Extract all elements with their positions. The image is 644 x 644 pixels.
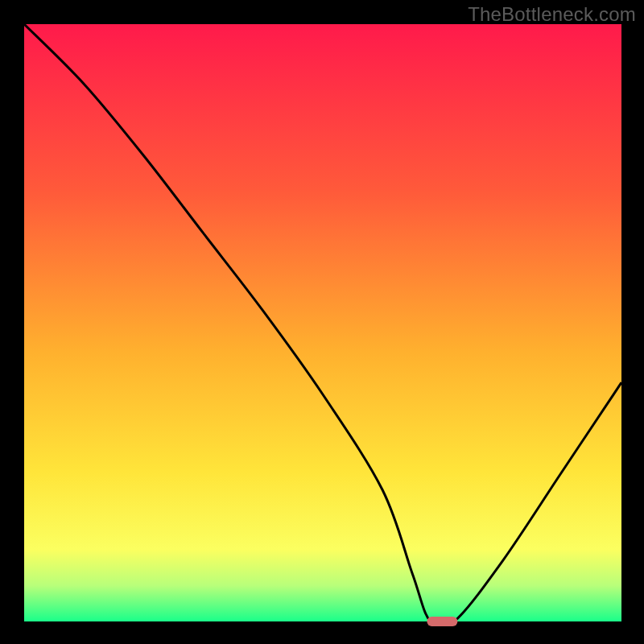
chart-frame: TheBottleneck.com [0,0,644,644]
plot-background [24,24,621,621]
bottleneck-chart [0,0,644,644]
optimal-marker [427,617,457,626]
watermark-text: TheBottleneck.com [468,3,636,26]
